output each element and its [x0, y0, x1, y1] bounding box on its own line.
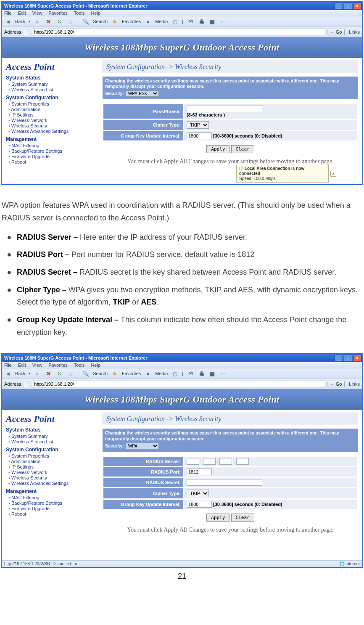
minimize-button[interactable]: _: [335, 3, 343, 9]
maximize-button[interactable]: □: [344, 3, 352, 9]
sidebar-item[interactable]: Reboot: [8, 511, 96, 516]
sidebar-item[interactable]: Wireless Network: [8, 470, 96, 475]
links-label[interactable]: Links: [349, 381, 360, 387]
forward-icon[interactable]: ►: [34, 18, 41, 25]
ip-octet-1[interactable]: [187, 458, 199, 465]
search-label[interactable]: Search: [93, 371, 108, 376]
back-icon[interactable]: ◄: [4, 18, 12, 25]
menu-favorites[interactable]: Favorites: [49, 363, 68, 368]
menu-edit[interactable]: Edit: [18, 363, 26, 368]
sidebar-item[interactable]: Firmware Upgrade: [8, 154, 96, 159]
print-icon[interactable]: 🖶: [198, 370, 205, 377]
close-button[interactable]: ×: [353, 355, 361, 361]
menu-help[interactable]: Help: [91, 11, 100, 16]
sidebar-item[interactable]: MAC Filtering: [8, 143, 96, 148]
links-label[interactable]: Links: [349, 29, 360, 34]
menu-tools[interactable]: Tools: [74, 11, 85, 16]
go-button[interactable]: → Go: [327, 381, 345, 387]
cipher-select[interactable]: TKIP: [187, 121, 209, 129]
mail-icon[interactable]: ✉: [187, 370, 194, 377]
back-label[interactable]: Back: [15, 371, 25, 376]
sidebar-item[interactable]: System Properties: [8, 453, 96, 458]
minimize-button[interactable]: _: [335, 355, 343, 361]
sidebar-item[interactable]: MAC Filtering: [8, 495, 96, 500]
back-icon[interactable]: ◄: [4, 370, 12, 377]
discuss-icon[interactable]: ▭: [219, 18, 227, 25]
menu-file[interactable]: File: [4, 11, 12, 16]
sidebar-item[interactable]: Wireless Security: [8, 475, 96, 480]
maximize-button[interactable]: □: [344, 355, 352, 361]
sidebar-item[interactable]: System Summary: [8, 82, 96, 87]
edit-icon[interactable]: ▦: [208, 18, 216, 25]
gku-input[interactable]: [187, 501, 212, 508]
clear-button[interactable]: Clear: [231, 145, 254, 153]
media-label[interactable]: Media: [155, 371, 168, 376]
radius-port-input[interactable]: [187, 469, 212, 475]
cipher-select[interactable]: TKIP: [187, 490, 209, 497]
security-select[interactable]: WPA: [125, 443, 159, 449]
address-input[interactable]: [32, 29, 325, 35]
home-icon[interactable]: ⌂: [66, 370, 74, 377]
search-icon[interactable]: 🔍: [82, 18, 90, 25]
favorites-label[interactable]: Favorites: [122, 371, 141, 376]
print-icon[interactable]: 🖶: [198, 18, 205, 25]
passphrase-input[interactable]: [187, 106, 262, 112]
ip-octet-3[interactable]: [219, 458, 232, 465]
menu-view[interactable]: View: [32, 11, 42, 16]
menu-file[interactable]: File: [4, 363, 12, 368]
sidebar-item[interactable]: Administration: [8, 107, 96, 112]
history-icon[interactable]: ◷: [171, 370, 179, 377]
stop-icon[interactable]: ✖: [45, 370, 52, 377]
clear-button[interactable]: Clear: [231, 514, 254, 522]
history-icon[interactable]: ◷: [171, 18, 179, 25]
forward-icon[interactable]: ►: [34, 370, 41, 377]
discuss-icon[interactable]: ▭: [219, 370, 227, 377]
sidebar-item[interactable]: Backup/Restore Settings: [8, 501, 96, 506]
apply-button[interactable]: Apply: [206, 514, 229, 522]
menu-view[interactable]: View: [32, 363, 42, 368]
go-button[interactable]: → Go: [327, 29, 345, 35]
ip-octet-2[interactable]: [203, 458, 216, 465]
sidebar-item[interactable]: Wireless Advanced Settings: [8, 129, 96, 134]
sidebar-item[interactable]: Wireless Network: [8, 118, 96, 123]
radius-secret-input[interactable]: [187, 479, 262, 486]
sidebar-item[interactable]: Wireless Security: [8, 123, 96, 128]
favorites-icon[interactable]: ★: [111, 370, 119, 377]
gku-input[interactable]: [187, 132, 212, 139]
sidebar-item[interactable]: Backup/Restore Settings: [8, 148, 96, 154]
menu-edit[interactable]: Edit: [18, 11, 26, 16]
menu-favorites[interactable]: Favorites: [49, 11, 68, 16]
refresh-icon[interactable]: ↻: [55, 18, 63, 25]
menu-help[interactable]: Help: [91, 363, 100, 368]
mail-icon[interactable]: ✉: [187, 18, 194, 25]
refresh-icon[interactable]: ↻: [55, 370, 63, 377]
media-icon[interactable]: ●: [144, 370, 152, 377]
search-label[interactable]: Search: [93, 19, 108, 24]
sidebar-item[interactable]: Firmware Upgrade: [8, 506, 96, 511]
stop-icon[interactable]: ✖: [45, 18, 52, 25]
close-button[interactable]: ×: [353, 3, 361, 9]
sidebar-item[interactable]: Wireless Station List: [8, 87, 96, 92]
sidebar-item[interactable]: System Summary: [8, 434, 96, 439]
security-select[interactable]: WPA-PSK: [125, 90, 159, 97]
address-input[interactable]: [32, 381, 325, 387]
media-label[interactable]: Media: [155, 19, 168, 24]
sidebar-item[interactable]: IP Settings: [8, 112, 96, 117]
sidebar-item[interactable]: IP Settings: [8, 464, 96, 469]
sidebar-item[interactable]: Administration: [8, 459, 96, 464]
back-label[interactable]: Back: [15, 19, 25, 24]
search-icon[interactable]: 🔍: [82, 370, 90, 377]
menu-tools[interactable]: Tools: [74, 363, 85, 368]
edit-icon[interactable]: ▦: [208, 370, 216, 377]
sidebar-item[interactable]: Reboot: [8, 159, 96, 164]
favorites-label[interactable]: Favorites: [122, 19, 141, 24]
apply-button[interactable]: Apply: [206, 145, 229, 153]
media-icon[interactable]: ●: [144, 18, 152, 25]
sidebar-item[interactable]: Wireless Station List: [8, 439, 96, 444]
home-icon[interactable]: ⌂: [66, 18, 74, 25]
ip-octet-4[interactable]: [236, 458, 249, 465]
tray-close-button[interactable]: ×: [330, 171, 336, 177]
sidebar-item[interactable]: System Properties: [8, 101, 96, 106]
favorites-icon[interactable]: ★: [111, 18, 119, 25]
sidebar-item[interactable]: Wireless Advanced Settings: [8, 481, 96, 486]
